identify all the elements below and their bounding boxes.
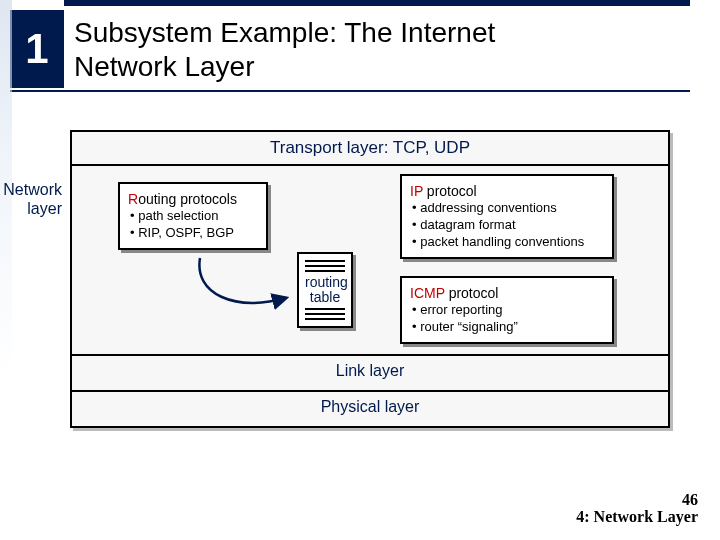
icmp-protocol-box: ICMP protocol error reporting router “si… — [400, 276, 614, 344]
icmp-header-rest: protocol — [445, 285, 499, 301]
link-layer: Link layer — [72, 356, 668, 392]
side-gradient — [0, 0, 12, 540]
title-line-2: Network Layer — [74, 51, 255, 82]
routing-table: routing table — [282, 252, 368, 328]
routing-table-icon: routing table — [297, 252, 353, 328]
routing-item: path selection — [130, 208, 258, 225]
footer: 46 4: Network Layer — [576, 492, 698, 526]
slide-title: Subsystem Example: The Internet Network … — [64, 6, 720, 83]
icmp-header-accent: ICMP — [410, 285, 445, 301]
routing-header-accent: R — [128, 191, 138, 207]
routing-items: path selection RIP, OSPF, BGP — [128, 208, 258, 242]
ip-header: IP protocol — [410, 182, 604, 200]
routing-header: Routing protocols — [128, 190, 258, 208]
ip-item: datagram format — [412, 217, 604, 234]
ip-item: packet handling conventions — [412, 234, 604, 251]
routing-header-rest: outing protocols — [138, 191, 237, 207]
routing-item: RIP, OSPF, BGP — [130, 225, 258, 242]
transport-layer: Transport layer: TCP, UDP — [72, 132, 668, 166]
ip-header-accent: IP — [410, 183, 423, 199]
ip-items: addressing conventions datagram format p… — [410, 200, 604, 251]
icmp-item: router “signaling” — [412, 319, 604, 336]
nl-label-2: layer — [27, 200, 62, 217]
ip-item: addressing conventions — [412, 200, 604, 217]
icmp-item: error reporting — [412, 302, 604, 319]
title-line-1: Subsystem Example: The Internet — [74, 17, 495, 48]
icmp-items: error reporting router “signaling” — [410, 302, 604, 336]
layer-diagram: Network layer Transport layer: TCP, UDP … — [70, 130, 670, 428]
layer-stack: Transport layer: TCP, UDP Routing protoc… — [70, 130, 670, 428]
network-layer-label: Network layer — [0, 180, 62, 218]
title-row: 1 Subsystem Example: The Internet Networ… — [0, 6, 720, 88]
nl-label-1: Network — [3, 181, 62, 198]
routing-protocols-box: Routing protocols path selection RIP, OS… — [118, 182, 268, 250]
icmp-header: ICMP protocol — [410, 284, 604, 302]
footer-chapter: 4: Network Layer — [576, 508, 698, 525]
title-underline — [10, 90, 690, 92]
ip-protocol-box: IP protocol addressing conventions datag… — [400, 174, 614, 259]
network-layer: Routing protocols path selection RIP, OS… — [72, 166, 668, 356]
slide-number: 1 — [10, 10, 64, 88]
ip-header-rest: protocol — [423, 183, 477, 199]
physical-layer: Physical layer — [72, 392, 668, 426]
footer-page: 46 — [682, 491, 698, 508]
routing-table-label: routing table — [305, 275, 345, 306]
